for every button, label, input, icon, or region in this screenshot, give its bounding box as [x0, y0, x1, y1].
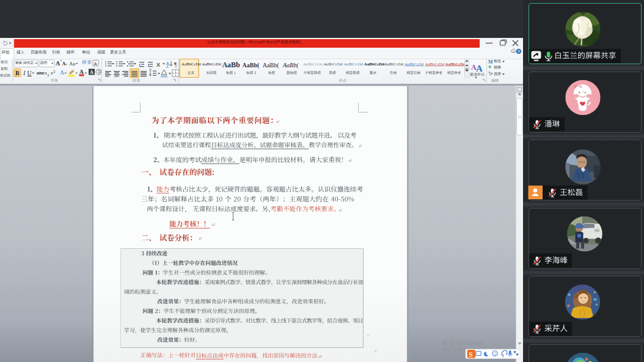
svg-text:AaBbCcDd: AaBbCcDd [343, 62, 364, 66]
svg-text:?: ? [518, 50, 520, 54]
svg-text:S: S [469, 350, 473, 359]
svg-text:A: A [60, 70, 64, 76]
svg-text:AaBb: AaBb [222, 61, 240, 69]
svg-text:x: x [51, 70, 53, 76]
svg-text:AaBbCcDd: AaBbCcDd [425, 62, 444, 66]
svg-text:AaBbCcDd: AaBbCcDd [202, 62, 221, 66]
svg-text:Z: Z [166, 64, 169, 68]
svg-text:AaBbCcDd: AaBbCcDd [364, 62, 384, 66]
svg-text:abe: abe [37, 70, 45, 76]
svg-text:A: A [94, 61, 97, 67]
svg-text:AaBb(: AaBb( [263, 62, 279, 69]
svg-text:I: I [23, 70, 26, 76]
svg-text:¶: ¶ [174, 62, 177, 68]
svg-text:Aa: Aa [69, 61, 75, 67]
svg-text:X: X [156, 62, 160, 68]
svg-text:2: 2 [48, 73, 49, 77]
svg-text:AaBb(: AaBb( [282, 62, 299, 69]
svg-text:AaBbCcDd: AaBbCcDd [445, 62, 466, 66]
svg-text:A: A [90, 69, 94, 75]
svg-text:U: U [27, 70, 32, 76]
svg-text:AaBbCcDd: AaBbCcDd [323, 62, 343, 66]
svg-text:AaBbCcDd: AaBbCcDd [384, 62, 404, 66]
svg-text:A: A [62, 61, 66, 67]
svg-text:AaBbCcDd: AaBbCcDd [404, 62, 424, 66]
svg-text:x: x [45, 70, 47, 76]
svg-text:2: 2 [54, 70, 56, 73]
svg-text:AaBbCcDd: AaBbCcDd [302, 62, 323, 66]
svg-text:A: A [56, 60, 60, 67]
svg-text:M: M [488, 59, 493, 65]
svg-text:AaBbCcDd: AaBbCcDd [181, 62, 201, 66]
svg-text:AaBb(: AaBb( [243, 62, 260, 69]
svg-text:A: A [476, 64, 483, 73]
svg-text:字: 字 [97, 70, 101, 74]
svg-text:A: A [79, 69, 84, 75]
svg-text:B: B [15, 70, 20, 76]
